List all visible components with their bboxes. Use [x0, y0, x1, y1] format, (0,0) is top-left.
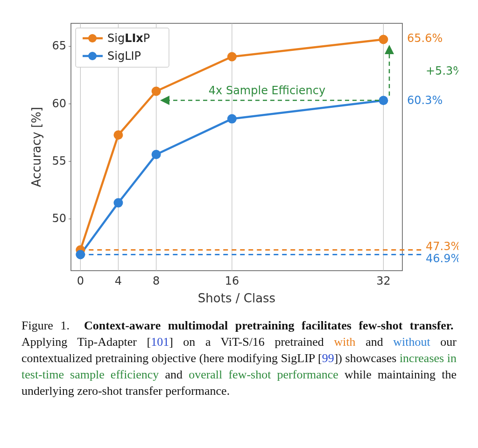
caption-t2: ] on a ViT-S/16 pretrained: [169, 335, 334, 349]
plot-area: 50 55 60 65 0 4 8 16 32 Shots / Class Ac…: [29, 23, 458, 305]
legend-siglip: SigLIP: [107, 49, 141, 63]
x-axis-label: Shots / Class: [198, 291, 275, 305]
x-ticks: 0 4 8 16 32: [77, 274, 391, 287]
baseline-blue-label: 46.9%: [426, 252, 458, 265]
caption-t3: and: [356, 335, 394, 349]
svg-point-15: [113, 198, 123, 208]
bottom-value-label: 60.3%: [407, 94, 443, 107]
caption-fig-label: Figure 1.: [21, 319, 70, 332]
y-ticks: 50 55 60 65: [52, 39, 71, 225]
xtick-0: 0: [77, 274, 84, 287]
caption-title: Context-aware multimodal pretraining fac…: [84, 319, 453, 332]
xtick-16: 16: [225, 274, 239, 287]
caption-with: with: [334, 335, 355, 349]
baseline-orange-label: 47.3%: [426, 240, 458, 253]
svg-point-14: [76, 250, 85, 259]
caption-without: without: [393, 335, 430, 349]
svg-point-16: [152, 150, 161, 159]
ytick-50: 50: [52, 212, 66, 225]
caption-ref1: 101: [151, 335, 169, 349]
legend: SigLIxP SigLIP: [76, 28, 169, 67]
ytick-55: 55: [52, 154, 66, 168]
figure-caption: Figure 1. Context-aware multimodal pretr…: [10, 313, 468, 399]
svg-point-17: [227, 114, 237, 124]
svg-point-18: [379, 96, 388, 105]
caption-ref2: 99: [322, 351, 334, 365]
chart: 50 55 60 65 0 4 8 16 32 Shots / Class Ac…: [20, 9, 458, 308]
chart-svg: 50 55 60 65 0 4 8 16 32 Shots / Class Ac…: [20, 9, 458, 308]
y-axis-label: Accuracy [%]: [29, 107, 43, 187]
svg-point-11: [152, 87, 161, 96]
delta-text: +5.3%: [426, 64, 458, 77]
caption-green2: overall few-shot performance: [189, 368, 338, 381]
xtick-32: 32: [376, 274, 391, 287]
legend-siglixp: SigLIxP: [107, 32, 150, 45]
efficiency-text: 4x Sample Efficiency: [209, 84, 325, 97]
caption-t6: and: [159, 368, 189, 381]
svg-point-13: [379, 35, 388, 44]
svg-point-12: [227, 52, 237, 62]
svg-point-21: [88, 34, 97, 42]
top-value-label: 65.6%: [407, 32, 443, 45]
caption-t1: Applying Tip-Adapter [: [21, 335, 151, 349]
caption-t5: ]) showcases: [334, 351, 400, 365]
svg-point-23: [88, 52, 97, 60]
xtick-4: 4: [115, 274, 122, 287]
xtick-8: 8: [153, 274, 160, 287]
figure-container: 50 55 60 65 0 4 8 16 32 Shots / Class Ac…: [10, 9, 468, 399]
ytick-60: 60: [52, 97, 66, 110]
ytick-65: 65: [52, 39, 66, 52]
svg-point-10: [113, 130, 123, 140]
